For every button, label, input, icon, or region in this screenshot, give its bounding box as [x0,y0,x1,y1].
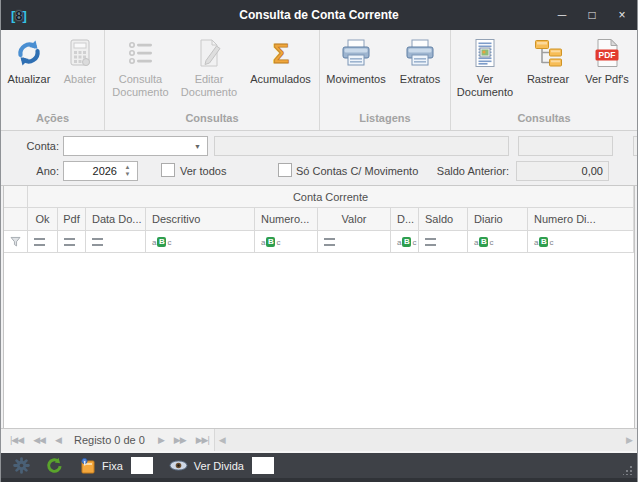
abc-filter-icon: aBc [261,237,280,247]
extratos-button[interactable]: Extratos [392,34,448,86]
document-preview-icon [469,36,501,70]
filter-cell[interactable] [28,231,58,252]
conta-combobox[interactable]: ▼ [63,136,208,156]
equals-filter-icon [324,238,335,246]
column-header-ok[interactable]: Ok [28,208,58,230]
settings-button[interactable] [13,457,30,474]
ribbon-group-label: Ações [1,108,104,130]
printer-icon [403,36,437,70]
acumulados-button[interactable]: Σ Acumulados [245,34,317,86]
printer-icon [339,36,373,70]
filter-cell[interactable]: aBc [468,231,528,252]
filter-cell[interactable]: aBc [528,231,634,252]
scroll-right-icon[interactable]: ▶ [626,435,633,445]
svg-text:PDF: PDF [599,50,616,60]
minimize-button[interactable]: ─ [547,0,577,30]
ver-divida-item: Ver Divida [169,457,274,474]
row-indicator-header [4,208,28,230]
column-header-descritivo[interactable]: Descritivo [146,208,255,230]
ver-todos-checkbox[interactable] [161,163,175,177]
filter-cell[interactable]: aBc [255,231,318,252]
movimentos-button[interactable]: Movimentos [322,34,390,86]
filter-cell[interactable] [419,231,468,252]
grid-body [4,253,634,428]
ver-todos-label: Ver todos [180,161,226,181]
ano-input[interactable] [64,162,120,180]
column-header-numero[interactable]: Numero... [255,208,318,230]
nav-prev-button[interactable]: ◀ [50,435,66,445]
spin-down-icon[interactable]: ▼ [125,171,131,178]
nav-first-button[interactable]: |◀◀ [5,435,28,445]
nav-prev-page-button[interactable]: ◀◀ [28,435,50,445]
conta-label: Conta: [1,136,59,156]
spin-up-icon[interactable]: ▲ [125,164,131,171]
resize-grip[interactable] [623,465,633,475]
nav-last-button[interactable]: ▶▶| [191,435,214,445]
ribbon-group-consultas-1: Consulta Documento Editar Documento [105,30,320,130]
column-header-pdf[interactable]: Pdf [58,208,86,230]
refresh-button[interactable] [46,457,63,474]
grid-header-row: Ok Pdf Data Do... Descritivo Numero... V… [4,208,634,231]
ribbon-group-acoes: Atualizar [1,30,105,130]
ver-divida-checkbox[interactable] [252,457,274,474]
record-navigator: |◀◀ ◀◀ ◀ Registo 0 de 0 ▶ ▶▶ ▶▶| ◀ ▶ [1,428,637,451]
window-bottom-border [1,478,637,482]
column-header-data[interactable]: Data Do... [86,208,146,230]
scroll-left-icon[interactable]: ◀ [219,435,226,445]
filter-cell[interactable] [86,231,146,252]
consulta-documento-button: Consulta Documento [108,34,174,98]
filter-cell[interactable] [58,231,86,252]
abc-filter-icon: aBc [152,237,171,247]
filter-cell[interactable] [4,231,28,252]
so-contas-label: Só Contas C/ Movimento [296,161,418,181]
eye-icon [169,458,188,473]
fixa-label: Fixa [102,460,123,472]
equals-filter-icon [425,238,436,246]
ano-label: Ano: [1,161,59,181]
so-contas-checkbox[interactable] [278,163,292,177]
ver-pdfs-button[interactable]: PDF Ver Pdf's [578,34,636,86]
atualizar-button[interactable]: Atualizar [2,34,56,86]
saldo-anterior-field: 0,00 [516,161,609,181]
window-controls: ─ □ × [547,0,637,30]
gear-icon [13,457,30,474]
refresh-icon [13,36,45,70]
band-title: Conta Corrente [28,186,634,207]
title-bar: [8] Consulta de Conta Corrente ─ □ × [1,0,637,30]
status-bar: Fixa Ver Divida [1,453,637,478]
filter-cell[interactable]: aBc [146,231,255,252]
rastrear-button[interactable]: Rastrear [519,34,577,86]
note-pin-icon [79,457,96,474]
grid-band-row: Conta Corrente [4,186,634,208]
column-header-diario[interactable]: Diario [468,208,528,230]
maximize-button[interactable]: □ [577,0,607,30]
ribbon-group-label: Consultas [451,108,637,130]
nav-next-button[interactable]: ▶ [153,435,169,445]
abc-filter-icon: aBc [474,237,493,247]
app-window: [8] Consulta de Conta Corrente ─ □ × [0,0,638,482]
saldo-anterior-label: Saldo Anterior: [421,161,509,181]
equals-filter-icon [34,238,45,246]
conta-descricao-field [214,136,509,156]
fixa-checkbox[interactable] [131,457,153,474]
column-header-d[interactable]: D... [391,208,419,230]
editar-documento-button: Editar Documento [176,34,242,98]
column-header-valor[interactable]: Valor [318,208,391,230]
ribbon-group-label: Consultas [105,108,319,130]
grid-filter-row: aBc aBc aBc aBc aBc [4,231,634,253]
ver-documento-button[interactable]: Ver Documento [452,34,518,98]
fixa-item: Fixa [79,457,153,474]
ribbon: Atualizar [1,30,637,131]
ano-spinner[interactable]: ▲ ▼ [63,161,138,181]
nav-next-page-button[interactable]: ▶▶ [169,435,191,445]
filter-cell[interactable]: aBc [391,231,419,252]
filter-cell[interactable] [318,231,391,252]
horizontal-scrollbar[interactable]: ◀ ▶ [214,429,637,451]
refresh-green-icon [46,457,63,474]
conta-extra-field [633,136,638,156]
spinner-arrows[interactable]: ▲ ▼ [120,162,135,180]
chevron-down-icon: ▼ [194,143,201,150]
column-header-numero-di[interactable]: Numero Di... [528,208,634,230]
column-header-saldo[interactable]: Saldo [419,208,468,230]
close-button[interactable]: × [607,0,637,30]
